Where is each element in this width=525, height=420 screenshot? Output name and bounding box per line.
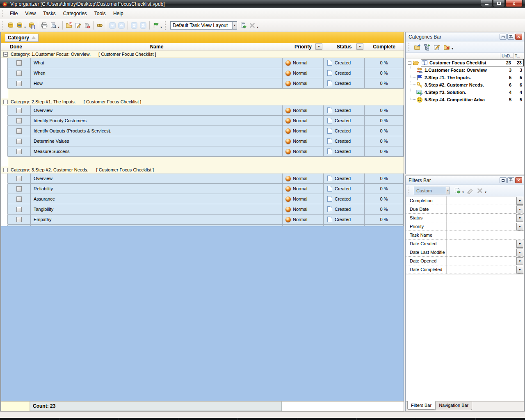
group-header[interactable]: Category: 2.Step #1. The Inputs. [ Custo… <box>1 98 404 105</box>
tab-navigation-bar[interactable]: Navigation Bar <box>435 402 472 410</box>
delete-layout-icon[interactable] <box>248 21 257 30</box>
edit-task-icon[interactable] <box>73 21 82 30</box>
menu-tools[interactable]: Tools <box>91 9 110 18</box>
delete-filter-icon[interactable] <box>475 186 485 195</box>
collapse-icon[interactable] <box>3 168 8 172</box>
task-done-checkbox[interactable] <box>16 176 22 181</box>
task-row[interactable]: Reliability Normal Created 0 % <box>1 184 404 194</box>
complete-task-icon-dropdown[interactable]: ▾ <box>160 25 162 29</box>
move-bottom-icon[interactable] <box>130 21 139 30</box>
delete-layout-icon-dropdown[interactable]: ▾ <box>257 25 258 29</box>
menu-file[interactable]: File <box>6 9 21 18</box>
menu-view[interactable]: View <box>21 9 39 18</box>
filter-dropdown-button[interactable]: ▼ <box>516 257 523 265</box>
open-database-icon-dropdown[interactable]: ▾ <box>24 25 26 29</box>
print-preview-icon-dropdown[interactable]: ▾ <box>58 25 59 29</box>
task-row[interactable]: Identify Priority Customers Normal Creat… <box>1 116 404 126</box>
move-top-icon[interactable] <box>139 21 148 30</box>
task-done-checkbox[interactable] <box>16 207 22 212</box>
task-row[interactable]: What Normal Created 0 % <box>1 58 404 68</box>
close-button[interactable]: x <box>505 0 523 7</box>
windows-taskbar[interactable] <box>0 418 525 420</box>
filter-dropdown-button[interactable]: ▼ <box>516 249 523 256</box>
filters-restore-button[interactable] <box>500 177 507 183</box>
collapse-icon[interactable] <box>3 100 8 104</box>
filters-close-button[interactable]: ✕ <box>515 177 522 183</box>
search-icon[interactable] <box>95 21 104 30</box>
filter-value-field[interactable] <box>447 265 516 274</box>
collapse-icon[interactable] <box>3 52 8 57</box>
clear-filter-icon[interactable] <box>465 186 475 195</box>
categories-pin-icon[interactable] <box>507 34 514 40</box>
add-subcategory-icon[interactable] <box>422 43 432 52</box>
save-filter-icon[interactable] <box>452 186 462 195</box>
categories-restore-button[interactable] <box>500 34 507 40</box>
task-done-checkbox[interactable] <box>16 217 22 222</box>
save-database-icon[interactable] <box>27 21 36 30</box>
filter-value-field[interactable] <box>447 196 516 205</box>
task-done-checkbox[interactable] <box>16 81 22 86</box>
task-done-checkbox[interactable] <box>16 186 22 192</box>
filter-value-field[interactable] <box>447 222 516 231</box>
filter-dropdown-button[interactable]: ▼ <box>516 205 523 213</box>
new-task-icon[interactable] <box>64 21 73 30</box>
task-row[interactable]: Identify Outputs (Products & Services). … <box>1 126 404 136</box>
layout-combo-dropdown-icon[interactable]: ▼ <box>232 22 237 29</box>
group-header[interactable]: Category: 3.Step #2. Customer Needs. [ C… <box>1 167 404 173</box>
filter-dropdown-button[interactable]: ▼ <box>516 197 523 205</box>
task-row[interactable]: How Normal Created 0 % <box>1 78 404 89</box>
filters-pin-icon[interactable] <box>507 177 514 183</box>
open-database-icon[interactable] <box>15 21 24 30</box>
task-row[interactable]: Overview Normal Created 0 % <box>1 105 404 116</box>
task-done-checkbox[interactable] <box>16 139 22 144</box>
filter-value-field[interactable] <box>447 231 516 239</box>
task-done-checkbox[interactable] <box>16 149 22 154</box>
task-row[interactable]: When Normal Created 0 % <box>1 68 404 78</box>
filter-preset-combo[interactable]: Custom ▼ <box>414 187 450 194</box>
filter-value-field[interactable] <box>447 214 516 222</box>
task-row[interactable]: Tangibility Normal Created 0 % <box>1 204 404 215</box>
column-header-name[interactable]: Name <box>31 43 283 50</box>
column-header-status[interactable]: Status▼ <box>324 43 365 50</box>
add-category-icon[interactable] <box>412 43 422 52</box>
task-done-checkbox[interactable] <box>16 60 22 66</box>
filter-value-field[interactable] <box>447 205 516 213</box>
task-done-checkbox[interactable] <box>16 71 22 76</box>
priority-filter-dropdown[interactable]: ▼ <box>315 43 322 50</box>
save-layout-icon[interactable] <box>239 21 248 30</box>
tree-column-total[interactable]: T... <box>513 53 524 59</box>
menu-tasks[interactable]: Tasks <box>39 9 59 18</box>
save-filter-icon-dropdown[interactable]: ▾ <box>462 190 464 194</box>
delete-filter-icon-dropdown[interactable]: ▾ <box>485 190 486 194</box>
filter-preset-dropdown-icon[interactable]: ▼ <box>446 187 450 194</box>
categories-close-button[interactable]: ✕ <box>515 34 522 40</box>
status-filter-dropdown[interactable]: ▼ <box>356 43 363 50</box>
print-preview-icon[interactable] <box>49 21 58 30</box>
column-header-done[interactable]: Done <box>1 43 31 50</box>
complete-task-icon[interactable] <box>151 21 160 30</box>
menu-help[interactable]: Help <box>110 9 127 18</box>
delete-category-icon[interactable] <box>442 43 452 52</box>
task-done-checkbox[interactable] <box>16 108 22 113</box>
task-row[interactable]: Empathy Normal Created 0 % <box>1 215 404 225</box>
task-row[interactable]: Assurance Normal Created 0 % <box>1 194 404 204</box>
column-header-priority[interactable]: Priority▼ <box>283 43 324 50</box>
filter-dropdown-button[interactable]: ▼ <box>516 223 523 231</box>
tree-category-item[interactable]: 1.Customer Focus: Overview 3 3 <box>406 66 524 74</box>
tab-filters-bar[interactable]: Filters Bar <box>407 401 435 410</box>
group-header[interactable]: Category: 1.Customer Focus: Overview. [ … <box>1 51 404 58</box>
move-up-icon[interactable] <box>117 21 126 30</box>
tree-category-item[interactable]: 5.Step #4. Competitive Adva 5 5 <box>406 96 524 103</box>
task-done-checkbox[interactable] <box>16 118 22 123</box>
delete-task-icon[interactable] <box>82 21 91 30</box>
menu-categories[interactable]: Categories <box>59 9 91 18</box>
delete-category-icon-dropdown[interactable]: ▾ <box>452 47 453 50</box>
filter-dropdown-button[interactable]: ▼ <box>516 214 523 222</box>
task-done-checkbox[interactable] <box>16 128 22 134</box>
print-icon[interactable] <box>40 21 49 30</box>
filter-dropdown-button[interactable]: ▼ <box>516 266 523 274</box>
tree-category-item[interactable]: 4.Step #3. Solution. 4 4 <box>406 89 524 96</box>
tree-root-item[interactable]: Customer Focus Checklist 23 23 <box>406 59 524 66</box>
group-by-category-button[interactable]: Category <box>5 34 39 42</box>
task-view-layout-combo[interactable]: Default Task View Layout ▼ <box>170 21 237 30</box>
